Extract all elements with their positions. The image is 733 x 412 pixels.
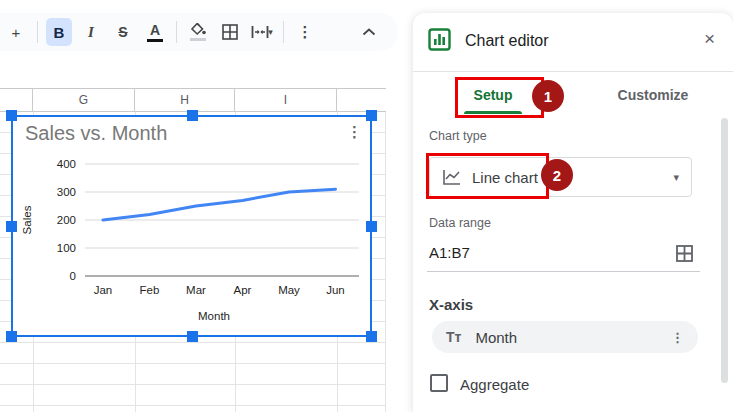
google-sheets-window: + B I S A ▾ ⋮: [0, 0, 733, 412]
annotation-rect-line-chart: [426, 153, 549, 199]
resize-handle-bottom-mid[interactable]: [187, 331, 198, 342]
svg-text:300: 300: [57, 186, 76, 198]
svg-text:Apr: Apr: [234, 284, 252, 296]
merge-cells-button[interactable]: ▾: [249, 18, 275, 46]
column-header-partial[interactable]: [0, 89, 33, 111]
select-data-range-icon[interactable]: [676, 245, 693, 262]
chevron-up-icon: [362, 28, 376, 36]
x-axis-menu-icon[interactable]: ⋮: [671, 330, 684, 345]
borders-button[interactable]: [217, 18, 243, 46]
caret-down-icon: ▾: [673, 171, 679, 184]
x-axis-value: Month: [475, 329, 517, 346]
data-range-input[interactable]: A1:B7: [429, 244, 470, 261]
chart-menu-button[interactable]: ⋮: [347, 124, 362, 139]
bold-icon: B: [54, 24, 65, 41]
italic-icon: I: [88, 24, 94, 41]
resize-handle-bottom-left[interactable]: [6, 331, 17, 342]
tab-customize[interactable]: Customize: [573, 72, 733, 118]
more-options-button[interactable]: ⋮: [292, 18, 318, 46]
resize-handle-top-right[interactable]: [366, 110, 377, 121]
merge-cells-icon: [251, 25, 269, 39]
tab-customize-label: Customize: [618, 87, 689, 103]
column-header-i[interactable]: I: [235, 89, 337, 111]
plus-icon: +: [12, 24, 21, 41]
annotation-badge-1: 1: [532, 80, 564, 112]
panel-scrollbar[interactable]: [721, 118, 728, 383]
italic-button[interactable]: I: [78, 18, 104, 46]
bold-button[interactable]: B: [46, 18, 72, 46]
resize-handle-bottom-right[interactable]: [366, 331, 377, 342]
toolbar-divider: [37, 21, 38, 43]
aggregate-label: Aggregate: [460, 376, 529, 393]
borders-icon: [222, 24, 238, 40]
panel-header: Chart editor ×: [413, 13, 733, 71]
collapse-toolbar-button[interactable]: [356, 18, 382, 46]
svg-text:May: May: [278, 284, 300, 296]
resize-handle-top-mid[interactable]: [187, 110, 198, 121]
embedded-chart[interactable]: 0100200300400JanFebMarAprMayJunSalesMont…: [11, 115, 372, 337]
strikethrough-icon: S: [118, 24, 127, 40]
svg-text:Jan: Jan: [94, 284, 113, 296]
chart-editor-icon: [428, 28, 451, 51]
svg-text:Jun: Jun: [326, 284, 345, 296]
svg-text:100: 100: [57, 242, 76, 254]
resize-handle-left-mid[interactable]: [6, 221, 17, 232]
chart-title: Sales vs. Month: [25, 122, 167, 145]
strikethrough-button[interactable]: S: [110, 18, 136, 46]
data-range-label: Data range: [429, 216, 491, 230]
insert-plus-button[interactable]: +: [3, 18, 29, 46]
x-axis-heading: X-axis: [429, 296, 473, 313]
svg-text:Feb: Feb: [140, 284, 160, 296]
close-icon[interactable]: ×: [704, 28, 715, 50]
toolbar: + B I S A ▾ ⋮: [0, 13, 398, 51]
aggregate-checkbox[interactable]: [430, 374, 448, 392]
svg-text:0: 0: [70, 270, 76, 282]
merge-caret-icon: ▾: [268, 27, 273, 37]
svg-text:200: 200: [57, 214, 76, 226]
column-header-h[interactable]: H: [135, 89, 235, 111]
annotation-rect-setup: [455, 77, 544, 118]
gridline: [385, 112, 386, 412]
more-vertical-icon: ⋮: [298, 23, 313, 41]
svg-text:Sales: Sales: [21, 205, 33, 234]
chart-plot: 0100200300400JanFebMarAprMayJunSalesMont…: [13, 117, 370, 335]
panel-title: Chart editor: [465, 32, 549, 50]
svg-text:Mar: Mar: [186, 284, 206, 296]
text-format-icon: Tт: [446, 329, 461, 345]
chart-type-label: Chart type: [429, 129, 487, 143]
svg-text:Month: Month: [198, 310, 230, 322]
column-headers: G H I: [0, 88, 386, 112]
column-header-g[interactable]: G: [33, 89, 135, 111]
fill-color-button[interactable]: [185, 18, 211, 46]
svg-text:400: 400: [57, 158, 76, 170]
text-color-button[interactable]: A: [142, 18, 168, 46]
resize-handle-right-mid[interactable]: [366, 221, 377, 232]
resize-handle-top-left[interactable]: [6, 110, 17, 121]
fill-color-icon: [190, 23, 206, 41]
toolbar-divider: [176, 21, 177, 43]
annotation-badge-2: 2: [541, 159, 573, 191]
data-range-underline: [427, 271, 700, 272]
toolbar-divider: [283, 21, 284, 43]
text-color-icon: A: [147, 23, 163, 42]
x-axis-field[interactable]: Tт Month ⋮: [432, 321, 698, 353]
column-header-partial[interactable]: [337, 89, 386, 111]
chart-editor-panel: Chart editor × Setup Customize Chart typ…: [413, 13, 733, 412]
